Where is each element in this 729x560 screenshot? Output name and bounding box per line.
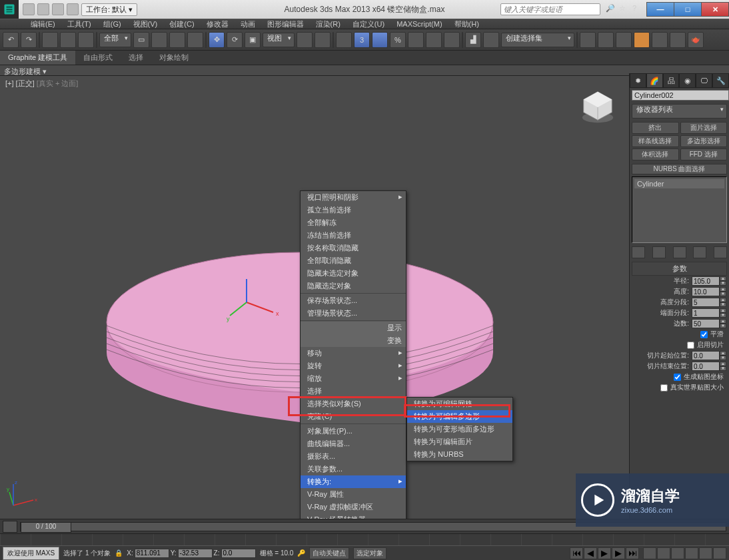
maxscript-listener[interactable]: 欢迎使用 MAXS bbox=[3, 547, 59, 560]
utilities-tab-icon[interactable]: 🔧 bbox=[712, 73, 729, 88]
configure-sets-icon[interactable] bbox=[714, 246, 727, 258]
param-checkbox[interactable] bbox=[687, 342, 694, 349]
menu-item[interactable]: 缩放 bbox=[301, 372, 406, 385]
ribbon-panel[interactable]: 多边形建模 ▾ bbox=[0, 65, 729, 76]
menu-item[interactable]: 组(G) bbox=[99, 19, 125, 29]
close-button[interactable]: ✕ bbox=[701, 2, 729, 17]
param-input[interactable] bbox=[692, 276, 720, 286]
submenu-item[interactable]: 转换为可编辑多边形 bbox=[407, 410, 512, 423]
menu-item[interactable]: 渲染(R) bbox=[312, 19, 345, 29]
ribbon-tab[interactable]: 自由形式 bbox=[75, 51, 121, 65]
menu-item[interactable]: 全部取消隐藏 bbox=[301, 254, 406, 267]
make-unique-icon[interactable] bbox=[673, 246, 686, 258]
viewcube[interactable] bbox=[578, 88, 617, 127]
param-input[interactable] bbox=[692, 287, 720, 296]
menu-item[interactable]: 选择 bbox=[301, 385, 406, 398]
modifier-stack[interactable]: Cylinder bbox=[632, 176, 727, 243]
keyboard-shortcut-icon[interactable] bbox=[336, 32, 352, 48]
lock-selection-icon[interactable]: 🔒 bbox=[115, 549, 123, 557]
viewport-label[interactable]: [+] [正交] [真实 + 边面] bbox=[5, 79, 78, 89]
param-checkbox[interactable] bbox=[700, 331, 708, 338]
named-sel-icon[interactable] bbox=[444, 32, 460, 48]
link-icon[interactable] bbox=[42, 32, 58, 48]
coord-y-input[interactable] bbox=[178, 549, 213, 558]
key-mode-icon[interactable]: 🔑 bbox=[297, 549, 305, 557]
nurbs-select-button[interactable]: NURBS 曲面选择 bbox=[632, 164, 727, 174]
menu-item[interactable]: 克隆(C) bbox=[301, 410, 406, 423]
select-region-icon[interactable] bbox=[169, 32, 185, 48]
menu-item[interactable]: 自定义(U) bbox=[349, 19, 388, 29]
param-input[interactable] bbox=[692, 308, 720, 318]
menu-item[interactable]: 隐藏选定对象 bbox=[301, 280, 406, 292]
goto-start-icon[interactable]: ⏮ bbox=[570, 547, 583, 559]
unlink-icon[interactable] bbox=[60, 32, 76, 48]
param-input[interactable] bbox=[692, 351, 720, 360]
menu-item-convert[interactable]: 转换为: bbox=[301, 475, 406, 488]
snap-toggle-icon[interactable]: 3 bbox=[354, 32, 370, 48]
ribbon-tab[interactable]: Graphite 建模工具 bbox=[0, 51, 75, 65]
coord-x-input[interactable] bbox=[135, 549, 169, 558]
comm-icon[interactable]: ☆ bbox=[619, 4, 630, 15]
menu-item[interactable]: 曲线编辑器... bbox=[301, 437, 406, 450]
manip-icon[interactable] bbox=[315, 32, 331, 48]
scale-icon[interactable]: ▣ bbox=[245, 32, 261, 48]
select-icon[interactable]: ▭ bbox=[133, 32, 149, 48]
menu-item[interactable]: V-Ray 虚拟帧缓冲区 bbox=[301, 501, 406, 513]
submenu-item[interactable]: 转换为 NURBS bbox=[407, 448, 512, 461]
modifier-preset-button[interactable]: 样条线选择 bbox=[632, 135, 679, 147]
redo-icon[interactable]: ↷ bbox=[21, 32, 37, 48]
show-end-result-icon[interactable] bbox=[652, 246, 666, 258]
ref-coord-dropdown[interactable]: 视图 bbox=[263, 33, 295, 47]
qat-btn[interactable] bbox=[23, 3, 35, 15]
object-name-input[interactable] bbox=[632, 90, 729, 101]
timeline-button[interactable] bbox=[3, 521, 17, 533]
modifier-preset-button[interactable]: 面片选择 bbox=[680, 122, 728, 134]
workspace-selector[interactable]: 工作台: 默认 ▾ bbox=[81, 3, 137, 16]
edged-icon[interactable] bbox=[426, 32, 442, 48]
convert-submenu[interactable]: 转换为可编辑网格转换为可编辑多边形转换为可变形地面多边形转换为可编辑面片转换为 … bbox=[406, 397, 513, 461]
menu-item[interactable]: 图形编辑器 bbox=[263, 19, 308, 29]
menu-item[interactable]: 旋转 bbox=[301, 360, 406, 372]
menu-item[interactable]: 隐藏未选定对象 bbox=[301, 267, 406, 280]
percent-snap-icon[interactable]: % bbox=[390, 32, 406, 48]
menu-item[interactable]: 对象属性(P)... bbox=[301, 425, 406, 437]
help-icon[interactable]: ? bbox=[632, 4, 643, 15]
menu-item[interactable]: 帮助(H) bbox=[450, 19, 483, 29]
selection-filter[interactable]: 全部 bbox=[99, 33, 131, 47]
modifier-list-dropdown[interactable]: 修改器列表 bbox=[632, 104, 727, 119]
stack-item[interactable]: Cylinder bbox=[634, 179, 724, 188]
menu-item[interactable]: 关联参数... bbox=[301, 463, 406, 475]
hierarchy-tab-icon[interactable]: 品 bbox=[663, 73, 680, 88]
modifier-preset-button[interactable]: 多边形选择 bbox=[680, 135, 728, 147]
menu-item[interactable]: 视图(V) bbox=[129, 19, 162, 29]
window-crossing-icon[interactable] bbox=[187, 32, 203, 48]
params-rollout-header[interactable]: 参数 bbox=[632, 262, 727, 276]
display-tab-icon[interactable]: 🖵 bbox=[696, 73, 712, 88]
info-icon[interactable]: 🔎 bbox=[606, 4, 616, 15]
goto-end-icon[interactable]: ⏭ bbox=[626, 547, 639, 559]
menu-item[interactable]: 冻结当前选择 bbox=[301, 229, 406, 242]
track-bar[interactable] bbox=[0, 533, 729, 545]
submenu-item[interactable]: 转换为可编辑面片 bbox=[407, 435, 512, 448]
ribbon-tab[interactable]: 选择 bbox=[121, 51, 151, 65]
qat-btn[interactable] bbox=[67, 3, 79, 15]
mirror-icon[interactable]: ▟ bbox=[465, 32, 481, 48]
submenu-item[interactable]: 转换为可编辑网格 bbox=[407, 398, 512, 410]
motion-tab-icon[interactable]: ◉ bbox=[679, 73, 696, 88]
pivot-icon[interactable] bbox=[297, 32, 313, 48]
menu-item[interactable]: 全部解冻 bbox=[301, 216, 406, 229]
menu-item[interactable]: MAXScript(M) bbox=[392, 20, 446, 28]
quad-menu[interactable]: 视口照明和阴影孤立当前选择全部解冻冻结当前选择按名称取消隐藏全部取消隐藏隐藏未选… bbox=[300, 190, 406, 560]
render-setup-icon[interactable] bbox=[652, 32, 668, 48]
coord-z-input[interactable] bbox=[221, 549, 256, 558]
menu-item[interactable]: V-Ray 属性 bbox=[301, 488, 406, 501]
orbit-icon[interactable] bbox=[699, 547, 712, 559]
undo-icon[interactable]: ↶ bbox=[3, 32, 19, 48]
menu-item[interactable]: 管理场景状态... bbox=[301, 307, 406, 320]
material-editor-icon[interactable] bbox=[634, 32, 650, 48]
move-icon[interactable]: ✥ bbox=[209, 32, 225, 48]
layers-icon[interactable] bbox=[580, 32, 596, 48]
param-input[interactable] bbox=[692, 319, 720, 328]
param-checkbox[interactable] bbox=[660, 384, 668, 392]
menu-item[interactable]: 移动 bbox=[301, 347, 406, 360]
